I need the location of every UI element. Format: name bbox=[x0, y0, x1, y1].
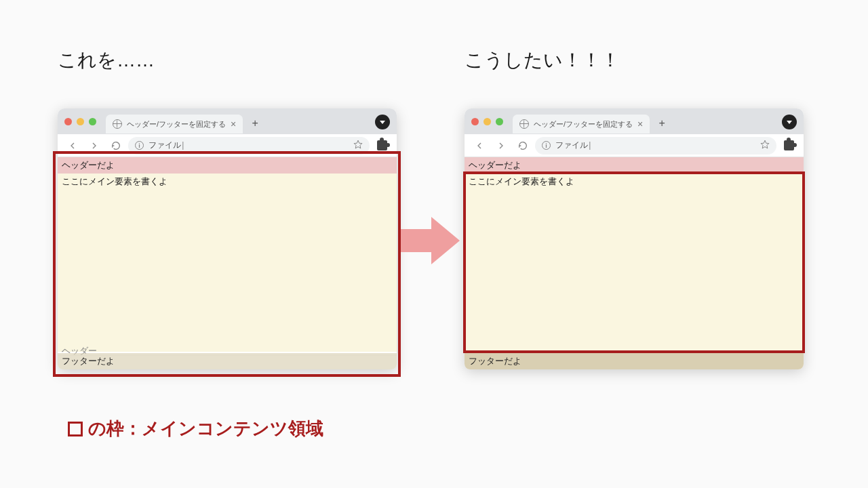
minimize-window-icon[interactable] bbox=[484, 118, 491, 125]
back-button[interactable] bbox=[63, 136, 82, 155]
profile-menu-icon[interactable] bbox=[782, 115, 797, 129]
tab-close-icon[interactable]: × bbox=[637, 119, 643, 129]
browser-tab[interactable]: ヘッダー/フッターを固定する × bbox=[513, 115, 650, 134]
page-footer: フッターだよ bbox=[465, 353, 804, 369]
page-viewport-after: ヘッダーだよ ここにメイン要素を書くよ フッターだよ bbox=[465, 157, 804, 369]
svg-marker-1 bbox=[761, 140, 769, 148]
address-bar[interactable]: i ファイル bbox=[128, 137, 370, 155]
caption-before: これを…… bbox=[58, 47, 155, 73]
url-text: ファイル bbox=[149, 140, 349, 151]
site-info-icon[interactable]: i bbox=[135, 141, 144, 150]
reload-button[interactable] bbox=[106, 136, 125, 155]
bookmark-star-icon[interactable] bbox=[760, 140, 770, 151]
address-bar[interactable]: i ファイル bbox=[535, 137, 776, 155]
site-info-icon[interactable]: i bbox=[542, 141, 551, 150]
svg-marker-0 bbox=[354, 140, 362, 148]
globe-icon bbox=[519, 119, 529, 129]
traffic-lights bbox=[64, 118, 96, 125]
page-main: ここにメイン要素を書くよ bbox=[58, 174, 397, 352]
tab-title: ヘッダー/フッターを固定する bbox=[127, 119, 226, 129]
maximize-window-icon[interactable] bbox=[89, 118, 96, 125]
maximize-window-icon[interactable] bbox=[496, 118, 503, 125]
page-main: ここにメイン要素を書くよ bbox=[465, 174, 804, 353]
legend-swatch-icon bbox=[68, 422, 83, 436]
tab-close-icon[interactable]: × bbox=[231, 119, 236, 129]
page-viewport-before: ヘッダーだよ ここにメイン要素を書くよ ヘッダー フッターだよ bbox=[58, 157, 397, 369]
close-window-icon[interactable] bbox=[64, 118, 72, 125]
close-window-icon[interactable] bbox=[471, 118, 479, 125]
legend-text: の枠：メインコンテンツ領域 bbox=[88, 417, 323, 441]
arrow-right-icon bbox=[400, 210, 461, 271]
extensions-icon[interactable] bbox=[779, 136, 798, 155]
back-button[interactable] bbox=[470, 136, 489, 155]
tab-title: ヘッダー/フッターを固定する bbox=[534, 119, 633, 129]
browser-toolbar: i ファイル bbox=[465, 134, 804, 157]
traffic-lights bbox=[471, 118, 503, 125]
page-header: ヘッダーだよ bbox=[465, 157, 804, 174]
page-footer: フッターだよ bbox=[58, 353, 397, 369]
url-text: ファイル bbox=[555, 140, 755, 151]
page-header: ヘッダーだよ bbox=[58, 157, 397, 174]
reload-button[interactable] bbox=[513, 136, 532, 155]
extensions-icon[interactable] bbox=[372, 136, 391, 155]
browser-tab[interactable]: ヘッダー/フッターを固定する × bbox=[106, 115, 243, 134]
new-tab-button[interactable]: + bbox=[247, 115, 263, 131]
globe-icon bbox=[113, 119, 122, 129]
forward-button[interactable] bbox=[492, 136, 511, 155]
forward-button[interactable] bbox=[85, 136, 104, 155]
minimize-window-icon[interactable] bbox=[77, 118, 84, 125]
window-titlebar: ヘッダー/フッターを固定する × + bbox=[58, 108, 397, 134]
browser-toolbar: i ファイル bbox=[58, 134, 397, 157]
caption-after: こうしたい！！！ bbox=[465, 47, 620, 73]
legend: の枠：メインコンテンツ領域 bbox=[68, 417, 323, 441]
browser-window-before: ヘッダー/フッターを固定する × + i ファイル ヘッダーだよ ここにメイン要… bbox=[58, 108, 397, 369]
browser-window-after: ヘッダー/フッターを固定する × + i ファイル ヘッダーだよ ここにメイン要… bbox=[465, 108, 804, 369]
profile-menu-icon[interactable] bbox=[375, 115, 390, 129]
window-titlebar: ヘッダー/フッターを固定する × + bbox=[465, 108, 804, 134]
new-tab-button[interactable]: + bbox=[654, 115, 670, 131]
bookmark-star-icon[interactable] bbox=[353, 140, 363, 151]
